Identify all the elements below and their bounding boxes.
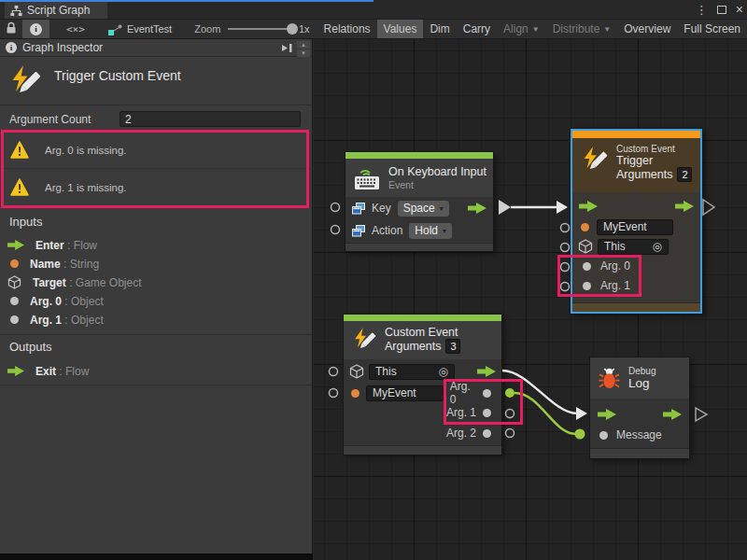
argument-count-label: Argument Count	[9, 113, 120, 126]
zoom-slider[interactable]	[228, 28, 293, 30]
overview-button[interactable]: Overview	[617, 20, 677, 38]
argument-count-input[interactable]	[120, 111, 301, 127]
node-header: On Keyboard Input Event	[345, 159, 493, 197]
port-type: Flow	[74, 239, 97, 252]
argument-count-badge[interactable]: 3	[445, 339, 460, 354]
dim-button[interactable]: Dim	[423, 20, 456, 38]
enum-icon	[352, 225, 365, 237]
target-field[interactable]: This ◎	[369, 364, 455, 380]
annotation-trigger-args	[557, 255, 641, 297]
graph-inspector-header: i Graph Inspector ▲ ▼	[0, 39, 312, 57]
lock-button[interactable]	[0, 21, 22, 37]
flow-out-port[interactable]	[477, 366, 496, 377]
enum-icon	[352, 203, 365, 215]
inputs-section: Inputs Enter : Flow Name : String Target…	[0, 215, 313, 329]
flow-out-port[interactable]	[663, 409, 682, 420]
object-picker-icon[interactable]: ◎	[653, 240, 662, 253]
node-subtitle: Event	[388, 179, 486, 190]
node-title: On Keyboard Input	[388, 165, 486, 178]
arg-out-label: Arg. 2	[446, 427, 476, 440]
port-item-arg1: Arg. 1 : Object	[0, 310, 313, 329]
flow-out-port[interactable]	[675, 201, 694, 212]
event-name-field[interactable]: MyEvent	[597, 219, 673, 235]
tab-label: Script Graph	[27, 4, 90, 17]
node-title-line2: Arguments 3	[385, 339, 460, 354]
graph-toolbar: i <×> EventTest Zoom 1x Relations Values…	[0, 19, 747, 39]
node-title-line1: Trigger	[616, 154, 692, 167]
arg-out-row: Arg. 2	[351, 425, 491, 441]
relations-button[interactable]: Relations	[317, 20, 377, 38]
scroll-down-icon[interactable]: ▼	[297, 49, 310, 57]
custom-event-icon	[7, 63, 41, 99]
node-kicker: Debug	[628, 366, 655, 376]
port-item-exit: Exit : Flow	[0, 361, 313, 380]
gameobject-cube-icon[interactable]	[578, 239, 593, 254]
object-picker-icon[interactable]: ◎	[439, 365, 448, 378]
gameobject-cube-icon[interactable]	[349, 364, 364, 379]
unit-title-block: Trigger Custom Event	[7, 63, 181, 99]
action-row: Action Hold ▾	[352, 221, 452, 240]
dock-panel-icon[interactable]	[281, 42, 293, 54]
values-button[interactable]: Values	[377, 20, 424, 38]
port-name: Name	[30, 258, 61, 271]
argument-count-badge[interactable]: 2	[677, 167, 692, 182]
port-item-arg0: Arg. 0 : Object	[0, 291, 313, 310]
maximize-icon[interactable]	[717, 6, 726, 14]
port-name: Exit	[35, 365, 56, 378]
object-out-port[interactable]	[483, 429, 491, 438]
node-kicker: Custom Event	[616, 144, 692, 154]
code-preview-button[interactable]: <×>	[49, 23, 102, 35]
message-label: Message	[616, 428, 662, 441]
flow-row	[579, 197, 694, 216]
flow-arrow-icon	[7, 240, 24, 250]
target-field[interactable]: This ◎	[598, 239, 669, 255]
align-label: Align	[503, 22, 529, 35]
string-port[interactable]	[351, 389, 359, 398]
port-type: Object	[71, 295, 104, 308]
tab-script-graph[interactable]: Script Graph	[5, 2, 107, 19]
divider	[0, 385, 312, 385]
node-title-line2: Arguments 2	[616, 167, 692, 182]
graph-hierarchy-icon	[10, 5, 22, 17]
node-on-keyboard-input[interactable]: On Keyboard Input Event Key Space ▾	[345, 152, 493, 251]
flow-in-port[interactable]	[579, 201, 598, 212]
port-type: Game Object	[76, 276, 142, 289]
event-name-field[interactable]: MyEvent	[366, 385, 444, 401]
custom-event-icon	[351, 326, 376, 354]
object-port[interactable]	[599, 431, 608, 440]
unity-script-graph-window: Script Graph ⋮ × i <×> EventTest	[0, 0, 747, 560]
graph-breadcrumb[interactable]: EventTest	[102, 23, 177, 35]
string-port[interactable]	[581, 223, 589, 231]
fullscreen-button[interactable]: Full Screen	[677, 20, 747, 38]
port-type: Object	[71, 314, 104, 327]
custom-event-icon	[580, 144, 608, 175]
bug-icon	[598, 366, 621, 390]
node-debug-log[interactable]: Debug Log Message	[590, 357, 689, 458]
argument-count-row: Argument Count	[9, 111, 303, 127]
inspector-scroll-buttons: ▲ ▼	[297, 41, 310, 57]
zoom-label: Zoom	[194, 23, 220, 35]
key-dropdown[interactable]: Space ▾	[398, 201, 449, 217]
align-button[interactable]: Align ▼	[497, 20, 546, 38]
carry-button[interactable]: Carry	[457, 20, 497, 38]
port-type: String	[70, 258, 99, 271]
close-icon[interactable]: ×	[736, 5, 743, 14]
string-port-icon	[10, 259, 19, 268]
action-value: Hold	[415, 224, 438, 237]
trigger-colorbar	[572, 131, 700, 138]
distribute-button[interactable]: Distribute ▼	[546, 20, 618, 38]
graph-inspector-panel: i Graph Inspector ▲ ▼ Trigger Custom Eve…	[0, 39, 313, 553]
flow-out-port[interactable]	[468, 203, 486, 214]
port-name: Arg. 0	[30, 295, 62, 308]
inspector-toggle-button[interactable]: i	[22, 20, 49, 38]
port-type: Flow	[65, 365, 89, 378]
action-dropdown[interactable]: Hold ▾	[409, 223, 452, 239]
window-menu-icon[interactable]: ⋮	[696, 3, 708, 17]
port-name: Arg. 1	[30, 314, 62, 327]
scroll-up-icon[interactable]: ▲	[297, 41, 310, 49]
flow-in-port[interactable]	[598, 409, 616, 420]
zoom-slider-handle[interactable]	[287, 23, 298, 35]
flow-arrow-icon	[7, 366, 24, 376]
bottom-strip	[0, 553, 313, 560]
annotation-warnings	[1, 130, 309, 208]
